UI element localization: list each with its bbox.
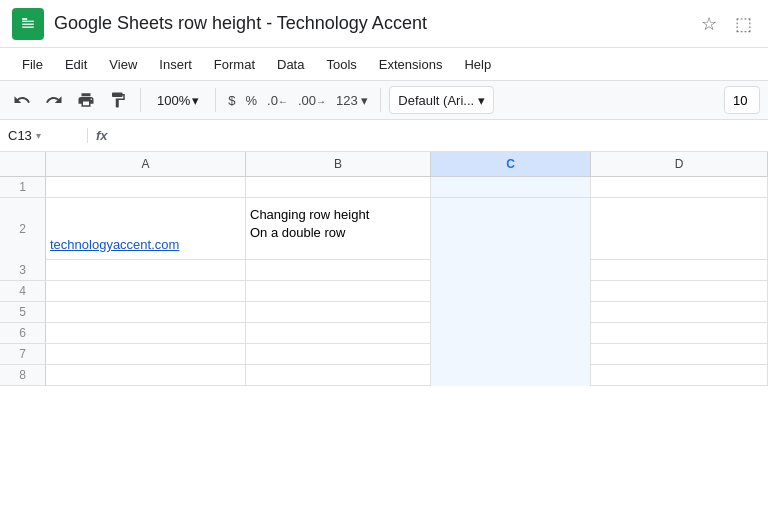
cell-c5[interactable] bbox=[431, 302, 591, 323]
cell-d3[interactable] bbox=[591, 260, 768, 281]
cell-b2-content: Changing row height On a double row bbox=[250, 206, 369, 242]
title-icons: ☆ ⬚ bbox=[697, 9, 756, 39]
font-family-arrow-icon: ▾ bbox=[478, 93, 485, 108]
table-row: 2 technologyaccent.com Changing row heig… bbox=[0, 198, 768, 260]
cell-d8[interactable] bbox=[591, 365, 768, 386]
menu-file[interactable]: File bbox=[12, 53, 53, 76]
decimal-decrease-button[interactable]: .0← bbox=[263, 91, 292, 110]
fx-label: fx bbox=[96, 128, 108, 143]
cell-b7[interactable] bbox=[246, 344, 431, 365]
toolbar: 100% ▾ $ % .0← .00→ 123 ▾ Default (Ari..… bbox=[0, 80, 768, 120]
cell-c4[interactable] bbox=[431, 281, 591, 302]
redo-button[interactable] bbox=[40, 86, 68, 114]
font-family-value: Default (Ari... bbox=[398, 93, 474, 108]
cell-d2[interactable] bbox=[591, 198, 768, 260]
cell-b2[interactable]: Changing row height On a double row bbox=[246, 198, 431, 260]
table-row: 6 bbox=[0, 323, 768, 344]
cell-a3[interactable] bbox=[46, 260, 246, 281]
cell-b6[interactable] bbox=[246, 323, 431, 344]
print-button[interactable] bbox=[72, 86, 100, 114]
table-row: 5 bbox=[0, 302, 768, 323]
cell-d1[interactable] bbox=[591, 177, 768, 197]
svg-rect-1 bbox=[22, 20, 34, 21]
cell-d5[interactable] bbox=[591, 302, 768, 323]
col-header-b[interactable]: B bbox=[246, 152, 431, 176]
toolbar-divider-1 bbox=[140, 88, 141, 112]
cell-c1[interactable] bbox=[431, 177, 591, 197]
font-family-dropdown[interactable]: Default (Ari... ▾ bbox=[389, 86, 494, 114]
percent-button[interactable]: % bbox=[241, 91, 261, 110]
table-row: 7 bbox=[0, 344, 768, 365]
cell-a8[interactable] bbox=[46, 365, 246, 386]
font-section: Default (Ari... ▾ bbox=[389, 86, 716, 114]
col-header-d[interactable]: D bbox=[591, 152, 768, 176]
undo-button[interactable] bbox=[8, 86, 36, 114]
menu-edit[interactable]: Edit bbox=[55, 53, 97, 76]
font-size-box[interactable]: 10 bbox=[724, 86, 760, 114]
cell-b2-line1: Changing row height bbox=[250, 206, 369, 224]
row-number-8[interactable]: 8 bbox=[0, 365, 46, 385]
cell-d4[interactable] bbox=[591, 281, 768, 302]
column-header-row: A B C D bbox=[0, 152, 768, 177]
cell-a4[interactable] bbox=[46, 281, 246, 302]
menu-help[interactable]: Help bbox=[454, 53, 501, 76]
menu-extensions[interactable]: Extensions bbox=[369, 53, 453, 76]
currency-button[interactable]: $ bbox=[224, 91, 239, 110]
menu-insert[interactable]: Insert bbox=[149, 53, 202, 76]
cell-b5[interactable] bbox=[246, 302, 431, 323]
cell-d7[interactable] bbox=[591, 344, 768, 365]
cell-b4[interactable] bbox=[246, 281, 431, 302]
cell-a7[interactable] bbox=[46, 344, 246, 365]
cell-d6[interactable] bbox=[591, 323, 768, 344]
menu-format[interactable]: Format bbox=[204, 53, 265, 76]
col-header-c[interactable]: C bbox=[431, 152, 591, 176]
app-icon bbox=[12, 8, 44, 40]
table-row: 3 bbox=[0, 260, 768, 281]
menu-bar: File Edit View Insert Format Data Tools … bbox=[0, 48, 768, 80]
zoom-dropdown[interactable]: 100% ▾ bbox=[149, 86, 207, 114]
title-bar: Google Sheets row height - Technology Ac… bbox=[0, 0, 768, 48]
menu-tools[interactable]: Tools bbox=[316, 53, 366, 76]
toolbar-divider-3 bbox=[380, 88, 381, 112]
cell-a6[interactable] bbox=[46, 323, 246, 344]
cell-c7[interactable] bbox=[431, 344, 591, 365]
row-number-3[interactable]: 3 bbox=[0, 260, 46, 280]
menu-data[interactable]: Data bbox=[267, 53, 314, 76]
cell-b1[interactable] bbox=[246, 177, 431, 197]
zoom-arrow-icon: ▾ bbox=[192, 93, 199, 108]
cell-a5[interactable] bbox=[46, 302, 246, 323]
link-technologyaccent[interactable]: technologyaccent.com bbox=[50, 237, 179, 252]
svg-rect-2 bbox=[22, 23, 34, 24]
row-number-2[interactable]: 2 bbox=[0, 198, 46, 260]
row-number-7[interactable]: 7 bbox=[0, 344, 46, 364]
cell-b8[interactable] bbox=[246, 365, 431, 386]
cell-ref-arrow-icon: ▾ bbox=[36, 130, 41, 141]
paint-format-button[interactable] bbox=[104, 86, 132, 114]
table-row: 1 bbox=[0, 177, 768, 198]
table-row: 4 bbox=[0, 281, 768, 302]
row-number-6[interactable]: 6 bbox=[0, 323, 46, 343]
cell-a1[interactable] bbox=[46, 177, 246, 197]
cell-reference-text: C13 bbox=[8, 128, 32, 143]
zoom-value: 100% bbox=[157, 93, 190, 108]
row-number-4[interactable]: 4 bbox=[0, 281, 46, 301]
col-header-a[interactable]: A bbox=[46, 152, 246, 176]
cell-c3[interactable] bbox=[431, 260, 591, 281]
cell-a2[interactable]: technologyaccent.com bbox=[46, 198, 246, 260]
formula-input[interactable] bbox=[116, 128, 760, 143]
cell-c2[interactable] bbox=[431, 198, 591, 260]
cell-c6[interactable] bbox=[431, 323, 591, 344]
move-icon[interactable]: ⬚ bbox=[731, 9, 756, 39]
more-formats-button[interactable]: 123 ▾ bbox=[332, 91, 372, 110]
cell-b3[interactable] bbox=[246, 260, 431, 281]
toolbar-divider-2 bbox=[215, 88, 216, 112]
cell-c8[interactable] bbox=[431, 365, 591, 386]
decimal-increase-button[interactable]: .00→ bbox=[294, 91, 330, 110]
row-number-5[interactable]: 5 bbox=[0, 302, 46, 322]
star-icon[interactable]: ☆ bbox=[697, 9, 721, 39]
formula-bar: C13 ▾ fx bbox=[0, 120, 768, 152]
menu-view[interactable]: View bbox=[99, 53, 147, 76]
row-number-1[interactable]: 1 bbox=[0, 177, 46, 197]
svg-rect-3 bbox=[22, 26, 34, 27]
cell-reference-box[interactable]: C13 ▾ bbox=[8, 128, 88, 143]
